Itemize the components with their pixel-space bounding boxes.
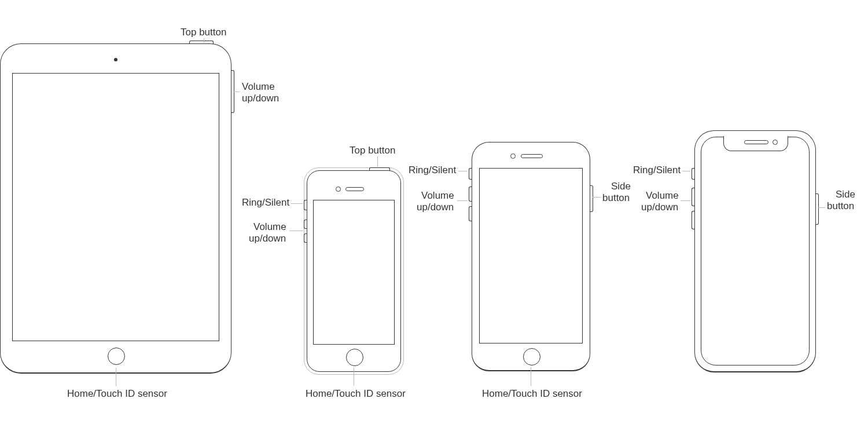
label-se-home: Home/Touch ID sensor [306, 388, 406, 400]
label-px-ring-silent: Ring/Silent [633, 165, 681, 176]
leader-line [289, 231, 303, 231]
ipad-home-button-icon [108, 348, 125, 365]
iphone-small-home-button-icon [346, 349, 363, 366]
device-ipad [0, 43, 231, 374]
ipad-screen [12, 73, 219, 341]
leader-line [234, 92, 240, 92]
iphone-small-speaker-icon [345, 187, 364, 191]
device-iphone-small [307, 170, 401, 372]
iphone-small-screen [313, 200, 395, 345]
iphone-home-volume-down-icon [469, 206, 472, 221]
iphone-home-front-camera-icon [510, 153, 516, 159]
iphone-small-volume-up-icon [304, 220, 307, 229]
iphone-small-volume-down-icon [304, 233, 307, 243]
iphone-home-screen [479, 168, 583, 343]
leader-line [682, 171, 690, 171]
iphone-notch-volume-up-icon [692, 188, 695, 206]
device-iphone-home [472, 142, 590, 371]
iphone-notch-side-button-icon [815, 193, 819, 225]
leader-line [458, 171, 468, 171]
label-p8-ring-silent: Ring/Silent [409, 165, 456, 176]
label-px-side-line1: Side [836, 189, 855, 200]
iphone-small-top-button-icon [369, 167, 390, 171]
leader-line [457, 200, 468, 201]
label-p8-home: Home/Touch ID sensor [482, 388, 582, 400]
label-se-volume-line1: Volume [253, 221, 286, 233]
iphone-home-speaker-icon [521, 154, 543, 158]
label-px-volume-line1: Volume [646, 190, 679, 202]
iphone-notch-notch-icon [723, 136, 788, 151]
iphone-home-side-button-icon [590, 185, 593, 212]
leader-line [204, 38, 204, 43]
iphone-notch-volume-down-icon [692, 211, 695, 229]
iphone-small-ring-silent-switch-icon [304, 200, 307, 210]
diagram-stage: Top button Volume up/down Home/Touch ID … [0, 0, 868, 424]
label-p8-side-line2: button [602, 192, 630, 204]
iphone-home-ring-silent-switch-icon [469, 168, 472, 180]
leader-line [116, 368, 116, 386]
label-p8-volume-line1: Volume [421, 190, 454, 202]
label-ipad-volume-line1: Volume [242, 81, 275, 93]
ipad-top-button-icon [189, 41, 214, 44]
label-ipad-home: Home/Touch ID sensor [67, 388, 167, 400]
leader-line [354, 367, 354, 386]
iphone-home-home-button-icon [523, 348, 540, 365]
label-se-top-button: Top button [350, 145, 395, 156]
leader-line [291, 203, 303, 204]
leader-line [681, 200, 691, 201]
iphone-small-front-camera-icon [336, 187, 341, 192]
leader-line [531, 367, 531, 386]
label-px-volume-line2: up/down [641, 202, 678, 213]
label-se-ring-silent: Ring/Silent [242, 197, 289, 209]
label-ipad-volume-line2: up/down [242, 93, 279, 104]
device-iphone-notch [694, 130, 816, 372]
label-se-volume-line2: up/down [249, 233, 286, 244]
leader-line [377, 156, 378, 167]
label-ipad-top-button: Top button [181, 27, 226, 38]
leader-line [593, 197, 601, 198]
leader-line [818, 207, 825, 208]
ipad-front-camera-icon [114, 58, 117, 61]
iphone-notch-screen [701, 137, 810, 365]
iphone-home-volume-up-icon [469, 187, 472, 202]
label-p8-volume-line2: up/down [417, 202, 454, 213]
label-p8-side-line1: Side [611, 181, 631, 192]
iphone-notch-ring-silent-switch-icon [692, 168, 695, 180]
label-px-side-line2: button [827, 200, 854, 212]
